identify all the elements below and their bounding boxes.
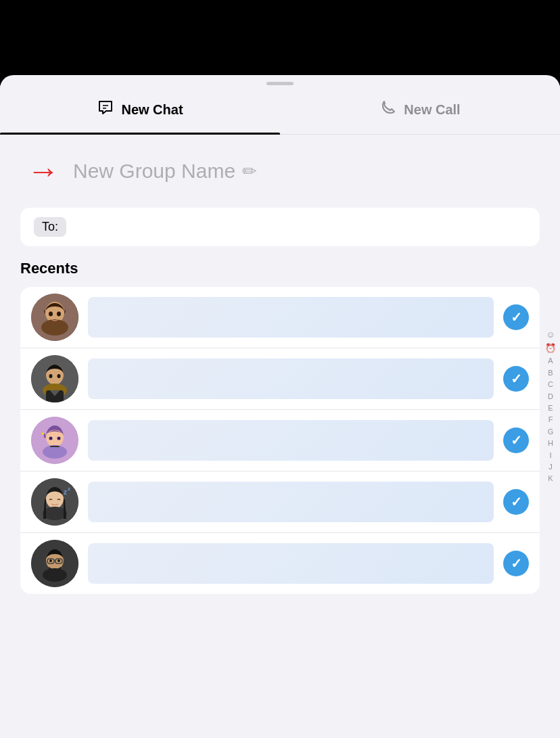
tab-new-call[interactable]: New Call [280,85,560,134]
new-chat-tab-label: New Chat [121,102,183,118]
checkmark-icon: ✓ [511,555,522,572]
group-name-display[interactable]: New Group Name ✏ [73,160,257,183]
avatar [31,355,78,402]
avatar: ✦ [31,417,78,464]
to-field-container: To: [20,208,540,246]
alpha-k[interactable]: K [548,474,553,484]
svg-point-11 [57,374,61,378]
svg-rect-19 [50,446,60,447]
checkmark-icon: ✓ [511,494,522,510]
table-row[interactable]: ✓ [20,287,540,348]
edit-pencil-icon: ✏ [242,161,257,182]
alpha-f[interactable]: F [549,415,553,425]
to-label: To: [34,217,66,237]
svg-point-32 [57,559,60,562]
alpha-e[interactable]: E [548,403,553,413]
table-row[interactable]: ✦ ✓ [20,410,540,471]
table-row[interactable]: ✓ [20,533,540,594]
avatar: z z [31,478,78,526]
svg-text:z: z [68,486,70,492]
alpha-d[interactable]: D [548,392,553,402]
avatar [31,540,78,587]
emoji-icon[interactable]: ☺ [546,329,555,341]
table-row[interactable]: z z ✓ [20,471,540,533]
alpha-c[interactable]: C [548,379,553,390]
phone-icon [379,99,397,120]
contact-content [88,482,494,522]
svg-point-22 [43,507,67,520]
sheet-container: New Chat New Call → New Group Name ✏ To:… [0,75,560,738]
checkmark-icon: ✓ [511,371,522,387]
tab-bar: New Chat New Call [0,85,560,135]
svg-text:z: z [64,488,67,496]
check-circle[interactable]: ✓ [503,428,529,453]
svg-point-17 [57,437,61,440]
arrow-icon: → [27,155,60,187]
alpha-j[interactable]: J [549,462,553,472]
alphabet-sidebar: ☺ ⏰ A B C D E F G H I J K [541,322,560,491]
new-call-tab-label: New Call [404,102,460,118]
check-circle[interactable]: ✓ [503,366,529,392]
contact-content [88,297,494,338]
checkmark-icon: ✓ [511,432,522,448]
alpha-h[interactable]: H [548,438,553,448]
table-row[interactable]: ✓ [20,348,540,410]
to-input[interactable] [73,220,526,234]
tab-new-chat[interactable]: New Chat [0,85,280,134]
svg-point-31 [49,559,52,562]
alpha-g[interactable]: G [548,427,554,437]
svg-point-6 [57,312,61,317]
group-name-placeholder: New Group Name [73,160,235,183]
check-circle[interactable]: ✓ [503,489,529,515]
check-circle[interactable]: ✓ [503,551,529,576]
contacts-list: ✓ [20,287,540,594]
svg-point-4 [41,319,68,336]
svg-point-16 [49,437,53,440]
recents-title: Recents [20,260,540,277]
alpha-i[interactable]: I [549,451,551,461]
contact-content [88,359,494,399]
contact-content [88,543,494,584]
svg-point-10 [49,374,53,378]
contact-content [88,420,494,461]
check-circle[interactable]: ✓ [503,304,529,330]
avatar [31,294,78,341]
svg-text:✦: ✦ [41,431,45,437]
clock-icon[interactable]: ⏰ [545,342,556,354]
alpha-b[interactable]: B [548,368,553,378]
svg-point-5 [49,312,53,317]
checkmark-icon: ✓ [511,309,522,325]
chat-icon [97,99,114,120]
group-name-section: → New Group Name ✏ [0,135,560,208]
recents-section: Recents [0,260,560,594]
alpha-a[interactable]: A [548,356,553,367]
